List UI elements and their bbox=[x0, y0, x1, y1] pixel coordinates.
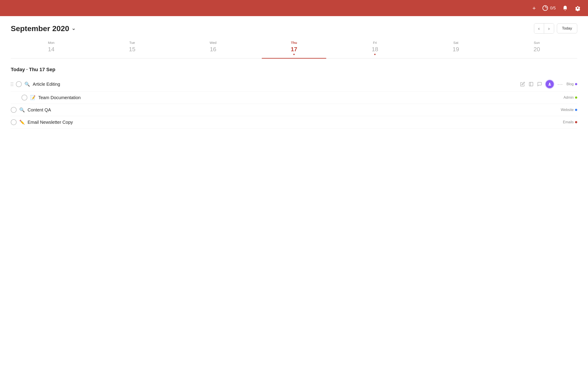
day-name: Wed bbox=[173, 41, 253, 44]
task-name-email-newsletter: Email Newsletter Copy bbox=[27, 120, 560, 125]
more-button[interactable]: ··· bbox=[557, 81, 563, 88]
task-item-email-newsletter: ✏️ Email Newsletter Copy Emails bbox=[11, 116, 577, 128]
day-name: Fri bbox=[335, 41, 415, 44]
task-tag-article-editing: Blog bbox=[566, 82, 577, 86]
task-item-content-qa: 🔍 Content QA Website bbox=[11, 104, 577, 116]
day-num: 18 bbox=[335, 46, 415, 53]
app-header: + 0/5 bbox=[0, 0, 588, 16]
task-name-article-editing: Article Editing bbox=[33, 82, 517, 87]
day-num: 16 bbox=[173, 46, 253, 53]
day-col-20[interactable]: Sun 20 bbox=[496, 41, 577, 58]
task-list: 🔍 Article Editing bbox=[11, 77, 577, 128]
day-col-15[interactable]: Tue 15 bbox=[92, 41, 173, 58]
task-actions-article-editing: ··· Blog bbox=[520, 80, 577, 88]
today-underline bbox=[262, 58, 327, 59]
task-icon-content-qa: 🔍 bbox=[19, 107, 25, 113]
progress-indicator[interactable]: 0/5 bbox=[542, 5, 556, 11]
settings-icon[interactable] bbox=[575, 5, 581, 11]
svg-rect-1 bbox=[529, 82, 533, 86]
svg-point-3 bbox=[549, 83, 550, 84]
detail-button[interactable] bbox=[529, 82, 534, 87]
day-col-17[interactable]: Thu 17 bbox=[253, 41, 334, 58]
task-checkbox-content-qa[interactable] bbox=[11, 107, 17, 113]
day-col-18[interactable]: Fri 18 bbox=[335, 41, 415, 58]
week-grid: Mon 14 Tue 15 Wed 16 Thu 17 Fri 18 Sat 1… bbox=[11, 41, 577, 59]
task-actions-content-qa: Website bbox=[561, 108, 577, 112]
month-label: September 2020 bbox=[11, 24, 69, 33]
task-actions-email-newsletter: Emails bbox=[563, 120, 577, 124]
tag-dot-team-documentation bbox=[575, 96, 577, 99]
day-col-14[interactable]: Mon 14 bbox=[11, 41, 92, 58]
day-num: 14 bbox=[11, 46, 92, 53]
day-num: 15 bbox=[92, 46, 173, 53]
tag-dot-article-editing bbox=[575, 83, 577, 85]
day-name: Sun bbox=[496, 41, 577, 44]
day-name: Tue bbox=[92, 41, 173, 44]
drag-handle[interactable] bbox=[11, 82, 13, 86]
next-button[interactable]: › bbox=[544, 24, 554, 33]
task-checkbox-email-newsletter[interactable] bbox=[11, 119, 17, 125]
add-button[interactable]: + bbox=[532, 5, 536, 12]
tag-dot-email-newsletter bbox=[575, 121, 577, 123]
day-name: Sat bbox=[415, 41, 496, 44]
prev-button[interactable]: ‹ bbox=[534, 24, 544, 33]
task-tag-email-newsletter: Emails bbox=[563, 120, 577, 124]
day-col-16[interactable]: Wed 16 bbox=[173, 41, 253, 58]
task-actions-team-documentation: Admin bbox=[563, 96, 577, 100]
task-checkbox-article-editing[interactable] bbox=[16, 81, 22, 87]
task-name-content-qa: Content QA bbox=[27, 108, 558, 113]
prev-next-group: ‹ › bbox=[534, 23, 554, 33]
progress-label: 0/5 bbox=[550, 6, 556, 10]
task-item-article-editing: 🔍 Article Editing bbox=[11, 77, 577, 92]
day-dot bbox=[374, 54, 376, 55]
bell-icon[interactable] bbox=[562, 5, 568, 11]
today-button[interactable]: Today bbox=[557, 24, 577, 33]
task-tag-content-qa: Website bbox=[561, 108, 577, 112]
main-content: September 2020 ⌄ ‹ › Today Mon 14 Tue 15… bbox=[0, 16, 588, 136]
day-name: Mon bbox=[11, 41, 92, 44]
edit-button[interactable] bbox=[520, 82, 525, 87]
day-name: Thu bbox=[253, 41, 334, 44]
section-title: Today · Thu 17 Sep bbox=[11, 67, 577, 73]
day-col-19[interactable]: Sat 19 bbox=[415, 41, 496, 58]
day-num: 19 bbox=[415, 46, 496, 53]
progress-icon bbox=[542, 5, 548, 11]
user-assignee-button[interactable] bbox=[546, 80, 554, 88]
task-icon-article-editing: 🔍 bbox=[25, 82, 30, 87]
day-num: 17 bbox=[253, 46, 334, 53]
task-checkbox-team-documentation[interactable] bbox=[22, 95, 27, 100]
task-item-team-documentation: 📝 Team Documentation Admin bbox=[11, 92, 577, 104]
day-dot bbox=[293, 54, 295, 55]
task-icon-email-newsletter: ✏️ bbox=[19, 119, 25, 125]
task-tag-team-documentation: Admin bbox=[563, 96, 577, 100]
day-num: 20 bbox=[496, 46, 577, 53]
comment-button[interactable] bbox=[537, 82, 542, 87]
month-dropdown-icon: ⌄ bbox=[71, 25, 76, 31]
task-icon-team-documentation: 📝 bbox=[30, 95, 36, 100]
month-title[interactable]: September 2020 ⌄ bbox=[11, 24, 76, 33]
nav-controls: ‹ › Today bbox=[534, 23, 577, 33]
tag-dot-content-qa bbox=[575, 109, 577, 111]
month-header: September 2020 ⌄ ‹ › Today bbox=[11, 23, 577, 33]
task-name-team-documentation: Team Documentation bbox=[38, 95, 561, 100]
